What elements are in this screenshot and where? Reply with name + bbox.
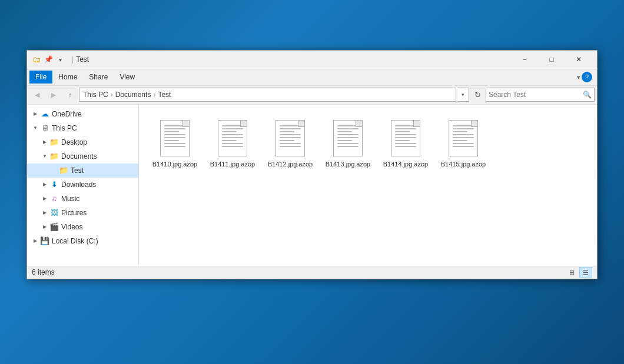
menu-file[interactable]: File <box>29 71 52 84</box>
this-pc-icon: 🖥 <box>40 123 49 133</box>
view-grid-button[interactable]: ⊞ <box>565 267 578 278</box>
view-list-button[interactable]: ☰ <box>579 267 592 278</box>
doc-line <box>164 143 185 144</box>
test-folder-icon: 📁 <box>59 166 68 175</box>
doc-line <box>337 131 352 132</box>
sidebar-label-documents: Documents <box>61 152 97 161</box>
item-count: 6 items <box>32 268 55 276</box>
menu-view[interactable]: View <box>114 71 141 84</box>
doc-line <box>222 134 243 135</box>
file-name: B1412.jpg.azop <box>268 160 313 168</box>
file-icon <box>274 118 307 158</box>
chevron-test <box>51 167 58 174</box>
chevron-music: ▶ <box>41 195 48 202</box>
doc-line <box>222 131 237 132</box>
sidebar-item-onedrive[interactable]: ▶ ☁ OneDrive <box>27 107 138 121</box>
file-item[interactable]: B1411.jpg.azop <box>206 114 259 171</box>
forward-button[interactable]: ▶ <box>46 88 61 102</box>
doc-line <box>395 143 416 144</box>
main-content: ▶ ☁ OneDrive ▼ 🖥 This PC ▶ 📁 Desktop ▼ 📁… <box>27 105 597 266</box>
file-item[interactable]: B1415.jpg.azop <box>437 114 490 171</box>
search-input[interactable] <box>489 91 583 99</box>
doc-line <box>395 134 416 135</box>
back-button[interactable]: ◀ <box>29 88 45 102</box>
chevron-desktop: ▶ <box>41 139 48 146</box>
doc-line <box>453 131 467 132</box>
file-name: B1413.jpg.azop <box>326 160 370 168</box>
title-bar: 🗂 📌 ▾ | Test − □ ✕ <box>27 51 597 69</box>
sidebar-item-local-disk[interactable]: ▶ 💾 Local Disk (C:) <box>27 234 138 248</box>
doc-line <box>337 137 359 138</box>
search-button[interactable]: 🔍 <box>583 91 592 99</box>
sidebar-item-videos[interactable]: ▶ 🎬 Videos <box>27 220 138 234</box>
sidebar-label-downloads: Downloads <box>61 181 96 189</box>
doc-line <box>453 134 474 135</box>
chevron-documents: ▼ <box>41 153 48 160</box>
sidebar-item-pictures[interactable]: ▶ 🖼 Pictures <box>27 206 138 220</box>
minimize-button[interactable]: − <box>511 50 538 69</box>
file-icon <box>447 118 480 158</box>
up-button[interactable]: ↑ <box>62 88 78 102</box>
expand-icon[interactable]: ▾ <box>577 74 580 81</box>
sidebar-item-music[interactable]: ▶ ♫ Music <box>27 192 138 206</box>
videos-icon: 🎬 <box>49 222 59 232</box>
file-explorer-window: 🗂 📌 ▾ | Test − □ ✕ File Home Share View … <box>26 50 598 279</box>
sidebar-item-downloads[interactable]: ▶ ⬇ Downloads <box>27 178 138 192</box>
documents-icon: 📁 <box>49 152 59 161</box>
file-icon <box>216 118 249 158</box>
file-name: B1414.jpg.azop <box>383 160 428 168</box>
path-documents[interactable]: Documents <box>115 91 151 99</box>
sidebar-label-music: Music <box>61 195 79 203</box>
menu-home[interactable]: Home <box>52 71 83 84</box>
sidebar-item-test[interactable]: 📁 Test <box>27 163 138 178</box>
sidebar-item-desktop[interactable]: ▶ 📁 Desktop <box>27 135 138 149</box>
pictures-icon: 🖼 <box>49 208 59 218</box>
window-title: Test <box>76 55 511 64</box>
doc-line <box>164 137 185 138</box>
document-shape <box>160 120 190 156</box>
doc-line <box>164 131 179 132</box>
music-icon: ♫ <box>49 194 59 203</box>
chevron-local-disk: ▶ <box>32 238 39 245</box>
sidebar-label-onedrive: OneDrive <box>52 110 82 118</box>
doc-line <box>337 146 359 147</box>
file-item[interactable]: B1413.jpg.azop <box>321 114 374 171</box>
path-test[interactable]: Test <box>158 91 171 99</box>
refresh-button[interactable]: ↻ <box>470 88 484 102</box>
chevron-onedrive: ▶ <box>32 111 39 118</box>
doc-line <box>395 146 416 147</box>
address-dropdown[interactable]: ▾ <box>457 88 469 102</box>
sidebar-item-documents[interactable]: ▼ 📁 Documents <box>27 149 138 163</box>
document-shape <box>391 120 420 156</box>
address-path[interactable]: This PC › Documents › Test <box>79 88 456 102</box>
doc-line <box>395 137 416 138</box>
file-item[interactable]: B1414.jpg.azop <box>379 114 432 171</box>
file-icon <box>389 118 422 158</box>
chevron-videos: ▶ <box>41 223 48 231</box>
address-bar: ◀ ▶ ↑ This PC › Documents › Test ▾ ↻ 🔍 <box>27 86 597 105</box>
path-sep-2: › <box>153 91 155 99</box>
chevron-this-pc: ▼ <box>32 125 39 132</box>
doc-line <box>222 128 243 129</box>
maximize-button[interactable]: □ <box>538 50 565 69</box>
doc-line <box>222 143 243 144</box>
sidebar-label-pictures: Pictures <box>61 209 87 217</box>
doc-line <box>280 140 294 141</box>
document-shape <box>449 120 478 156</box>
doc-line <box>222 146 243 147</box>
file-name: B1415.jpg.azop <box>441 160 486 168</box>
dropdown-icon[interactable]: ▾ <box>55 55 65 64</box>
file-item[interactable]: B1412.jpg.azop <box>264 114 317 171</box>
path-this-pc[interactable]: This PC <box>83 91 108 99</box>
doc-line <box>337 128 359 129</box>
menu-share[interactable]: Share <box>83 71 114 84</box>
sidebar-item-this-pc[interactable]: ▼ 🖥 This PC <box>27 121 138 135</box>
doc-line <box>395 125 416 126</box>
chevron-pictures: ▶ <box>41 209 48 216</box>
file-item[interactable]: B1410.jpg.azop <box>148 114 201 171</box>
help-button[interactable]: ? <box>582 72 592 82</box>
pin-icon: 📌 <box>44 55 53 64</box>
close-button[interactable]: ✕ <box>565 50 592 69</box>
file-icon <box>158 118 191 158</box>
local-disk-icon: 💾 <box>40 236 49 246</box>
